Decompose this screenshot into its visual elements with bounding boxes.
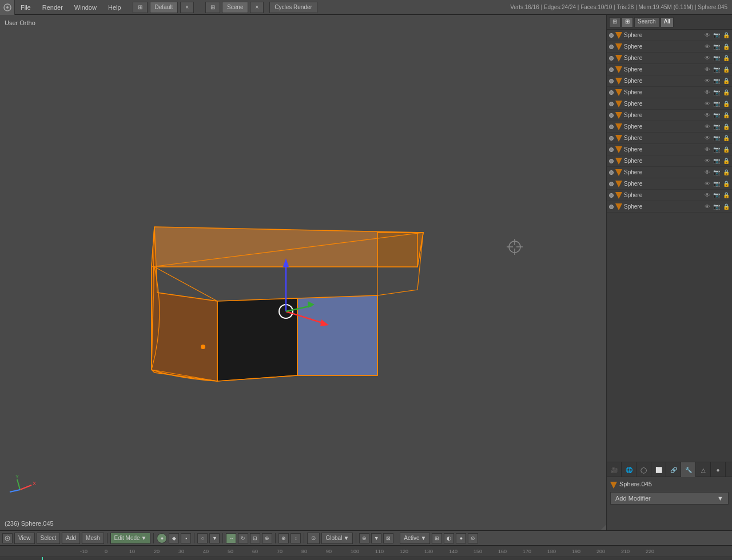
viewport-resize-handle[interactable]: [600, 525, 606, 530]
props-tab-scene[interactable]: 🌐: [622, 462, 636, 477]
snap-btn[interactable]: ⊕: [279, 533, 289, 543]
outliner-item-1[interactable]: Sphere👁📷🔒: [607, 30, 732, 41]
outliner-item-eye-14[interactable]: 👁: [705, 181, 710, 187]
mirror-btn[interactable]: ↕: [291, 533, 301, 543]
edge-select-btn[interactable]: ◆: [169, 533, 179, 543]
outliner-item-lock-3[interactable]: 🔒: [723, 55, 730, 61]
menu-file[interactable]: File: [15, 0, 37, 14]
outliner-item-render-7[interactable]: 📷: [713, 101, 720, 107]
timeline-content[interactable]: [0, 557, 732, 560]
outliner-item-lock-14[interactable]: 🔒: [723, 181, 730, 187]
outliner-item-eye-3[interactable]: 👁: [705, 55, 710, 61]
props-tab-modifier[interactable]: 🔧: [681, 462, 696, 477]
timeline-playhead[interactable]: [42, 557, 43, 560]
outliner-item-eye-1[interactable]: 👁: [705, 32, 710, 38]
menu-help[interactable]: Help: [102, 0, 127, 14]
outliner-item-render-10[interactable]: 📷: [713, 135, 720, 141]
outliner-item-eye-2[interactable]: 👁: [705, 43, 710, 50]
snap-to-btn[interactable]: ▼: [371, 533, 381, 543]
toolbar-select-menu[interactable]: Select: [37, 533, 61, 544]
outliner-item-render-8[interactable]: 📷: [713, 112, 720, 118]
outliner-search-btn[interactable]: Search: [634, 17, 659, 27]
outliner-item-render-11[interactable]: 📷: [713, 146, 720, 153]
outliner-item-eye-7[interactable]: 👁: [705, 101, 710, 107]
outliner-item-render-4[interactable]: 📷: [713, 66, 720, 73]
outliner-item-eye-5[interactable]: 👁: [705, 78, 710, 84]
viewport-shade-solid[interactable]: ◐: [444, 533, 454, 543]
outliner-all-btn[interactable]: All: [661, 17, 674, 27]
outliner-item-render-1[interactable]: 📷: [713, 32, 720, 38]
outliner-item-3[interactable]: Sphere👁📷🔒: [607, 53, 732, 64]
outliner-item-16[interactable]: Sphere👁📷🔒: [607, 201, 732, 213]
outliner-item-8[interactable]: Sphere👁📷🔒: [607, 110, 732, 121]
snap-align-btn[interactable]: ⊠: [383, 533, 393, 543]
toolbar-view-menu[interactable]: View: [14, 533, 35, 544]
toolbar-add-menu[interactable]: Add: [62, 533, 80, 544]
scene-close-btn[interactable]: ×: [250, 2, 264, 13]
proportional-edit-btn[interactable]: ○: [197, 533, 208, 543]
toolbar-logo-btn[interactable]: [2, 533, 13, 543]
outliner-item-render-12[interactable]: 📷: [713, 158, 720, 164]
outliner-item-render-3[interactable]: 📷: [713, 55, 720, 61]
outliner-item-9[interactable]: Sphere👁📷🔒: [607, 121, 732, 133]
viewport[interactable]: User Ortho: [0, 15, 606, 530]
outliner-item-lock-6[interactable]: 🔒: [723, 89, 730, 95]
outliner-item-eye-6[interactable]: 👁: [705, 89, 710, 95]
outliner-view-btn[interactable]: ⊞: [622, 17, 633, 27]
outliner-item-15[interactable]: Sphere👁📷🔒: [607, 190, 732, 201]
outliner-item-lock-8[interactable]: 🔒: [723, 112, 730, 118]
outliner-item-eye-8[interactable]: 👁: [705, 112, 710, 118]
rotate-tool-btn[interactable]: ↻: [238, 533, 248, 543]
outliner-item-lock-5[interactable]: 🔒: [723, 78, 730, 84]
outliner-item-lock-7[interactable]: 🔒: [723, 101, 730, 107]
props-tab-object[interactable]: ⬜: [651, 462, 666, 477]
outliner-item-eye-15[interactable]: 👁: [705, 192, 710, 198]
menu-window[interactable]: Window: [69, 0, 102, 14]
outliner-item-eye-13[interactable]: 👁: [705, 169, 710, 175]
outliner-item-2[interactable]: Sphere👁📷🔒: [607, 41, 732, 53]
mode-selector[interactable]: Edit Mode ▼: [110, 533, 151, 544]
outliner-item-eye-12[interactable]: 👁: [705, 158, 710, 164]
outliner-item-14[interactable]: Sphere👁📷🔒: [607, 178, 732, 190]
outliner-item-render-6[interactable]: 📷: [713, 89, 720, 95]
outliner-item-6[interactable]: Sphere👁📷🔒: [607, 87, 732, 98]
outliner-item-eye-16[interactable]: 👁: [705, 203, 710, 210]
outliner-item-lock-12[interactable]: 🔒: [723, 158, 730, 164]
outliner-item-lock-10[interactable]: 🔒: [723, 135, 730, 141]
props-tab-data[interactable]: △: [696, 462, 711, 477]
render-engine-selector[interactable]: Cycles Render: [269, 2, 317, 13]
toolbar-mesh-menu[interactable]: Mesh: [82, 533, 104, 544]
vertex-select-btn[interactable]: ●: [157, 533, 167, 543]
outliner-item-lock-4[interactable]: 🔒: [723, 66, 730, 73]
pivot-selector[interactable]: ⊙: [307, 533, 320, 544]
outliner-item-lock-15[interactable]: 🔒: [723, 192, 730, 198]
outliner-item-render-9[interactable]: 📷: [713, 123, 720, 130]
outliner-item-eye-9[interactable]: 👁: [705, 123, 710, 130]
props-tab-material[interactable]: ●: [711, 462, 726, 477]
add-modifier-button[interactable]: Add Modifier ▼: [610, 492, 729, 505]
menu-render[interactable]: Render: [37, 0, 69, 14]
layout-name[interactable]: Default: [150, 2, 178, 13]
scene-icon-btn[interactable]: ⊞: [205, 2, 220, 13]
outliner-item-lock-2[interactable]: 🔒: [723, 43, 730, 50]
outliner-item-eye-11[interactable]: 👁: [705, 146, 710, 153]
outliner-item-lock-13[interactable]: 🔒: [723, 169, 730, 175]
face-select-btn[interactable]: ▪: [181, 533, 191, 543]
outliner-item-render-5[interactable]: 📷: [713, 78, 720, 84]
props-tab-world[interactable]: ◯: [636, 462, 651, 477]
scene-name[interactable]: Scene: [222, 2, 248, 13]
outliner-item-lock-9[interactable]: 🔒: [723, 123, 730, 130]
viewport-shade-render[interactable]: ⊙: [468, 533, 478, 543]
outliner-item-12[interactable]: Sphere👁📷🔒: [607, 155, 732, 167]
outliner-item-10[interactable]: Sphere👁📷🔒: [607, 133, 732, 144]
outliner-item-render-15[interactable]: 📷: [713, 192, 720, 198]
outliner-item-lock-11[interactable]: 🔒: [723, 146, 730, 153]
viewport-shade-wire[interactable]: ⊞: [432, 533, 442, 543]
magnet-snap-btn[interactable]: ⊕: [359, 533, 369, 543]
outliner-item-render-14[interactable]: 📷: [713, 181, 720, 187]
layout-icon-btn[interactable]: ⊞: [133, 2, 148, 13]
outliner-icon-btn[interactable]: ⊞: [609, 17, 620, 27]
outliner-item-5[interactable]: Sphere👁📷🔒: [607, 75, 732, 87]
outliner-item-lock-16[interactable]: 🔒: [723, 203, 730, 210]
outliner-item-render-2[interactable]: 📷: [713, 43, 720, 50]
